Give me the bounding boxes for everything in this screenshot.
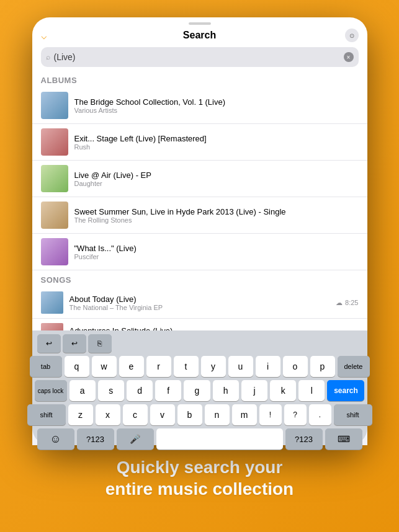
album-result-item[interactable]: Sweet Summer Sun, Live in Hyde Park 2013… <box>38 197 361 234</box>
search-title: Search <box>183 30 216 41</box>
key-g[interactable]: g <box>184 380 210 401</box>
keyboard-toolbar: ↩ ↩ ⎘ <box>38 334 361 353</box>
key-f[interactable]: f <box>155 380 181 401</box>
album-thumbnail <box>41 238 68 265</box>
tagline-line2: entire music collection <box>105 479 294 499</box>
search-key[interactable]: search <box>327 380 361 401</box>
key-n[interactable]: n <box>205 404 230 425</box>
song-thumbnail <box>41 291 63 314</box>
search-input-row: ⌕ (Live) × <box>38 43 361 71</box>
song-result-text: Adventures In Solitude (Live) The New Po… <box>69 326 333 331</box>
key-t[interactable]: t <box>174 356 199 377</box>
key-a[interactable]: a <box>69 380 96 401</box>
key-r[interactable]: r <box>146 356 171 377</box>
modal-handle[interactable] <box>189 24 211 25</box>
space-key[interactable] <box>156 428 283 439</box>
key-e[interactable]: e <box>119 356 144 377</box>
numbers-key-left[interactable]: ?123 <box>77 428 114 439</box>
song-title: About Today (Live) <box>69 295 333 304</box>
album-result-item[interactable]: Live @ Air (Live) - EP Daughter <box>38 161 361 197</box>
album-subtitle: The Rolling Stones <box>74 216 359 224</box>
cloud-icon: ☁ <box>336 299 343 307</box>
shift-key-left[interactable]: shift <box>38 404 66 425</box>
key-u[interactable]: u <box>228 356 253 377</box>
album-result-text: Exit... Stage Left (Live) [Remastered] R… <box>74 134 359 151</box>
song-title: Adventures In Solitude (Live) <box>69 326 333 331</box>
delete-key[interactable]: delete <box>338 356 361 377</box>
album-thumbnail <box>41 128 68 156</box>
tagline: Quickly search your entire music collect… <box>81 456 318 500</box>
album-subtitle: Various Artists <box>74 107 359 114</box>
paste-key[interactable]: ⎘ <box>88 334 112 353</box>
options-button[interactable]: ⊙ <box>345 29 359 42</box>
album-result-text: The Bridge School Collection, Vol. 1 (Li… <box>74 97 359 114</box>
album-subtitle: Daughter <box>74 180 359 187</box>
key-period[interactable]: . <box>309 404 331 425</box>
key-x[interactable]: x <box>96 404 120 425</box>
album-thumbnail <box>41 202 68 229</box>
song-result-item[interactable]: Adventures In Solitude (Live) The New Po… <box>38 319 361 330</box>
album-result-item[interactable]: "What Is..." (Live) Puscifer <box>38 234 361 270</box>
key-b[interactable]: b <box>177 404 202 425</box>
album-thumbnail <box>41 92 68 119</box>
keyboard-bottom-row: ☺ ?123 🎤 ?123 ⌨ <box>38 428 361 439</box>
undo-key[interactable]: ↩ <box>38 334 61 353</box>
key-k[interactable]: k <box>270 380 296 401</box>
mic-key[interactable]: 🎤 <box>117 428 154 439</box>
key-i[interactable]: i <box>256 356 280 377</box>
tab-key[interactable]: tab <box>38 356 62 377</box>
numbers-key-right[interactable]: ?123 <box>285 428 323 439</box>
song-subtitle: The National – The Virginia EP <box>69 304 333 311</box>
device-shell: ● App Store 9:41 AM Tue Jan 9 ▲▲▲ WiFi 🔋… <box>32 17 367 445</box>
key-p[interactable]: p <box>310 356 335 377</box>
search-results: ALBUMS The Bridge School Collection, Vol… <box>38 71 361 330</box>
keyboard-row-1: tab q w e r t y u i o p delete <box>38 356 361 377</box>
key-y[interactable]: y <box>201 356 226 377</box>
key-c[interactable]: c <box>123 404 148 425</box>
key-d[interactable]: d <box>127 380 153 401</box>
search-modal: ⌵ Search ⊙ ⌕ (Live) × ALBUMS The Bridge … <box>38 24 361 330</box>
key-o[interactable]: o <box>283 356 308 377</box>
album-subtitle: Rush <box>74 143 359 151</box>
clear-button[interactable]: × <box>344 52 354 62</box>
key-s[interactable]: s <box>98 380 124 401</box>
album-title: Exit... Stage Left (Live) [Remastered] <box>74 134 359 143</box>
search-input-box[interactable]: ⌕ (Live) × <box>41 47 359 67</box>
song-thumbnail <box>41 323 63 330</box>
key-l[interactable]: l <box>298 380 325 401</box>
key-j[interactable]: j <box>241 380 267 401</box>
key-exclamation[interactable]: ! <box>259 404 282 425</box>
key-w[interactable]: w <box>92 356 117 377</box>
keyboard: ↩ ↩ ⎘ tab q w e r t y u i o p delete <box>38 330 361 439</box>
redo-key[interactable]: ↩ <box>63 334 86 353</box>
album-title: "What Is..." (Live) <box>74 244 359 253</box>
key-question[interactable]: ? <box>284 404 307 425</box>
keyboard-dismiss-key[interactable]: ⌨ <box>325 428 361 439</box>
caps-lock-key[interactable]: caps lock <box>38 380 67 401</box>
key-z[interactable]: z <box>68 404 93 425</box>
keyboard-row-2: caps lock a s d f g h j k l search <box>38 380 361 401</box>
album-title: Live @ Air (Live) - EP <box>74 171 359 180</box>
key-h[interactable]: h <box>213 380 239 401</box>
album-result-text: "What Is..." (Live) Puscifer <box>74 244 359 260</box>
album-result-item[interactable]: The Bridge School Collection, Vol. 1 (Li… <box>38 87 361 124</box>
album-result-item[interactable]: Exit... Stage Left (Live) [Remastered] R… <box>38 124 361 161</box>
back-button[interactable]: ⌵ <box>41 30 47 42</box>
emoji-key[interactable]: ☺ <box>38 428 74 439</box>
search-query: (Live) <box>54 52 340 62</box>
song-result-item[interactable]: About Today (Live) The National – The Vi… <box>38 287 361 319</box>
album-result-text: Live @ Air (Live) - EP Daughter <box>74 171 359 187</box>
search-header: ⌵ Search ⊙ <box>38 27 361 43</box>
album-result-text: Sweet Summer Sun, Live in Hyde Park 2013… <box>74 207 359 224</box>
albums-section-header: ALBUMS <box>38 71 361 87</box>
key-m[interactable]: m <box>232 404 257 425</box>
song-result-text: About Today (Live) The National – The Vi… <box>69 295 333 311</box>
key-q[interactable]: q <box>65 356 89 377</box>
album-title: The Bridge School Collection, Vol. 1 (Li… <box>74 97 359 107</box>
shift-key-right[interactable]: shift <box>334 404 361 425</box>
album-thumbnail <box>41 165 68 192</box>
album-title: Sweet Summer Sun, Live in Hyde Park 2013… <box>74 207 359 216</box>
album-subtitle: Puscifer <box>74 253 359 260</box>
key-v[interactable]: v <box>150 404 175 425</box>
songs-section-header: SONGS <box>38 270 361 287</box>
